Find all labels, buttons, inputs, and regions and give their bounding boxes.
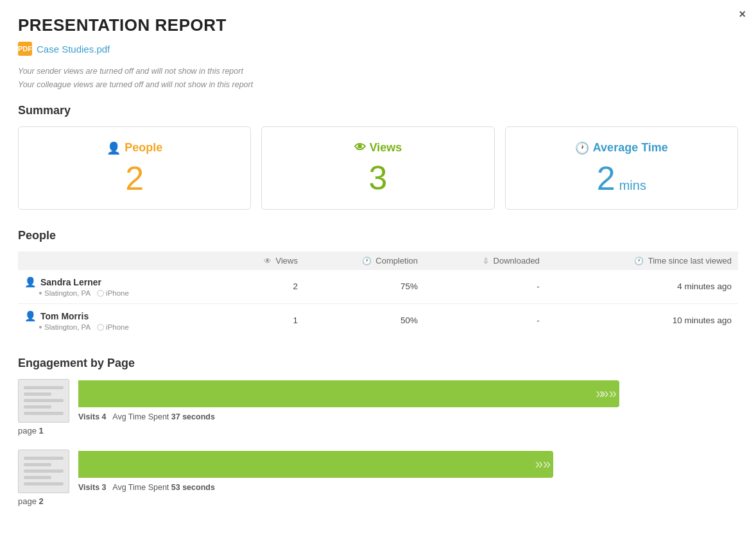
summary-title: Summary [18, 104, 738, 117]
thumb-line [24, 399, 64, 402]
person-time-since-1: 10 minutes ago [546, 303, 738, 337]
file-name: Case Studies.pdf [37, 44, 110, 55]
person-downloaded-1: - [424, 303, 546, 337]
bar-row-0: »»» Visits 4 Avg Time Spent 37 seconds [18, 379, 738, 423]
card-label-avgtime: 🕐 Average Time [575, 141, 668, 155]
page-thumbnail-0 [18, 379, 69, 423]
person-views-0: 2 [223, 270, 304, 304]
notice-1: Your sender views are turned off and wil… [18, 65, 738, 78]
thumb-line [24, 476, 51, 479]
bar-container-0: »»» Visits 4 Avg Time Spent 37 seconds [78, 380, 738, 421]
card-unit-avgtime: mins [619, 178, 646, 193]
person-avatar-icon-1: 👤 [24, 310, 37, 322]
bar-container-1: »» Visits 3 Avg Time Spent 53 seconds [78, 451, 738, 492]
people-section-title: People [18, 229, 738, 242]
bar-arrows-0: »»» [596, 380, 619, 407]
notices-container: Your sender views are turned off and wil… [18, 65, 738, 92]
thumb-line [24, 482, 64, 486]
engagement-bar-1: »» [78, 451, 553, 478]
location-icon-0: ● [39, 289, 42, 296]
card-number-avgtime: 2 [597, 162, 615, 195]
engagement-section: Engagement by Page »»» Visits 4 Avg Time… [18, 357, 738, 506]
page-label-0: page 1 [18, 426, 738, 435]
person-meta-1: ● Slatington, PA ◯ iPhone [24, 323, 216, 331]
page-label-1: page 2 [18, 496, 738, 506]
bar-arrows-1: »» [535, 451, 553, 478]
col-completion: 🕐 Completion [304, 251, 424, 270]
engagement-title: Engagement by Page [18, 357, 738, 370]
col-time-since: 🕐 Time since last viewed [546, 251, 738, 270]
page-thumbnail-1 [18, 450, 69, 493]
report-title: PRESENTATION REPORT [18, 15, 738, 35]
thumb-line [24, 463, 51, 466]
engagement-pages: »»» Visits 4 Avg Time Spent 37 seconds p… [18, 379, 738, 506]
card-label-views: 👁 Views [354, 141, 402, 155]
person-completion-1: 50% [304, 303, 424, 337]
bar-arrow: »» [535, 456, 551, 473]
bar-stats-0: Visits 4 Avg Time Spent 37 seconds [78, 412, 738, 421]
col-views-icon: 👁 [264, 257, 271, 266]
close-button[interactable]: × [739, 8, 746, 21]
notice-2: Your colleague views are turned off and … [18, 78, 738, 92]
clock-icon: 🕐 [575, 141, 589, 155]
bar-row-1: »» Visits 3 Avg Time Spent 53 seconds [18, 450, 738, 493]
people-tbody: 👤 Sandra Lerner ● Slatington, PA ◯ iPhon… [18, 270, 738, 337]
views-icon: 👁 [354, 141, 366, 155]
person-name-0: 👤 Sandra Lerner [24, 276, 216, 288]
table-header: 👁 Views 🕐 Completion ⇩ Downloaded 🕐 Time… [18, 251, 738, 270]
person-cell-1: 👤 Tom Morris ● Slatington, PA ◯ iPhone [18, 303, 223, 337]
person-completion-0: 75% [304, 270, 424, 304]
location-icon-1: ● [39, 323, 42, 330]
summary-card-people: 👤 People 2 [18, 126, 251, 210]
bar-stats-1: Visits 3 Avg Time Spent 53 seconds [78, 483, 738, 492]
col-views: 👁 Views [223, 251, 304, 270]
file-icon: PDF [18, 42, 32, 56]
thumb-line [24, 393, 51, 396]
col-downloaded-icon: ⇩ [483, 257, 489, 266]
table-row: 👤 Tom Morris ● Slatington, PA ◯ iPhone 1… [18, 303, 738, 337]
card-number-people: 2 [125, 162, 144, 195]
thumb-line [24, 405, 51, 409]
thumb-line [24, 412, 64, 415]
card-number-views: 3 [369, 161, 388, 194]
card-number-avgtime-row: 2 mins [597, 162, 646, 195]
people-table: 👁 Views 🕐 Completion ⇩ Downloaded 🕐 Time… [18, 251, 738, 337]
col-name [18, 251, 223, 270]
person-time-since-0: 4 minutes ago [546, 270, 738, 304]
summary-cards: 👤 People 2 👁 Views 3 🕐 Average Time 2 mi… [18, 126, 738, 210]
people-icon: 👤 [107, 141, 121, 155]
col-time-icon: 🕐 [634, 257, 644, 266]
card-label-people: 👤 People [107, 141, 162, 155]
device-icon-1: ◯ [97, 323, 104, 330]
engagement-bar-0: »»» [78, 380, 619, 407]
person-avatar-icon-0: 👤 [24, 276, 37, 288]
engagement-item-1: »» Visits 3 Avg Time Spent 53 seconds pa… [18, 450, 738, 506]
person-views-1: 1 [223, 303, 304, 337]
thumb-line [24, 469, 64, 473]
summary-card-avgtime: 🕐 Average Time 2 mins [505, 126, 738, 210]
col-completion-icon: 🕐 [362, 257, 372, 266]
person-name-1: 👤 Tom Morris [24, 310, 216, 322]
col-downloaded: ⇩ Downloaded [424, 251, 546, 270]
engagement-item-0: »»» Visits 4 Avg Time Spent 37 seconds p… [18, 379, 738, 435]
person-meta-0: ● Slatington, PA ◯ iPhone [24, 289, 216, 297]
people-section: People 👁 Views 🕐 Completion ⇩ Downloaded [18, 229, 738, 337]
person-downloaded-0: - [424, 270, 546, 304]
device-icon-0: ◯ [97, 289, 104, 296]
table-row: 👤 Sandra Lerner ● Slatington, PA ◯ iPhon… [18, 270, 738, 304]
bar-arrow: »» [601, 385, 616, 402]
file-link[interactable]: PDF Case Studies.pdf [18, 42, 738, 56]
summary-card-views: 👁 Views 3 [261, 126, 494, 210]
thumb-line [24, 457, 64, 460]
thumb-line [24, 386, 64, 389]
person-cell-0: 👤 Sandra Lerner ● Slatington, PA ◯ iPhon… [18, 270, 223, 304]
